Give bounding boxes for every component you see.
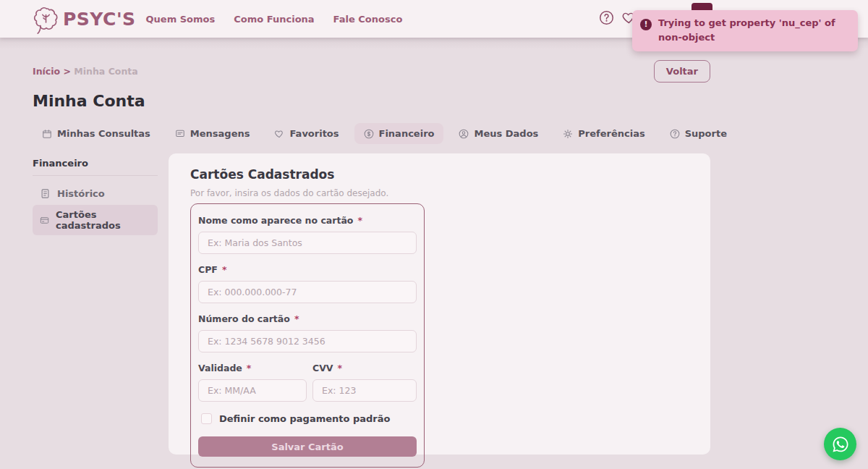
- tab-mensagens[interactable]: Mensagens: [166, 123, 260, 144]
- tab-meus-dados[interactable]: Meus Dados: [449, 123, 548, 144]
- message-icon: [175, 129, 185, 139]
- whatsapp-icon: [832, 436, 849, 453]
- brand-name: PSYC'S: [63, 9, 136, 30]
- sidebar-item-historico[interactable]: Histórico: [33, 184, 158, 203]
- required-asterisk: *: [338, 363, 343, 373]
- card-name-input[interactable]: [198, 232, 417, 254]
- sidebar-item-label: Cartões cadastrados: [56, 209, 150, 231]
- tab-label: Minhas Consultas: [57, 128, 150, 139]
- cpf-input[interactable]: [198, 281, 417, 303]
- required-asterisk: *: [357, 215, 362, 226]
- back-button[interactable]: Voltar: [654, 60, 710, 83]
- tab-label: Meus Dados: [474, 128, 538, 139]
- cvv-input[interactable]: [312, 379, 417, 402]
- sidebar-divider: [33, 175, 158, 176]
- cards-panel: Cartões Cadastrados Por favor, insira os…: [169, 153, 710, 455]
- page-head-row: Início > Minha Conta Voltar: [33, 61, 710, 82]
- question-circle-icon: [670, 129, 680, 139]
- whatsapp-button[interactable]: [824, 428, 856, 460]
- brand-logo[interactable]: PSYC'S: [33, 1, 136, 36]
- sidebar-item-label: Histórico: [57, 188, 105, 199]
- credit-card-icon: [40, 215, 49, 226]
- breadcrumb-home-link[interactable]: Início: [33, 66, 60, 77]
- gear-icon: [563, 129, 573, 139]
- help-icon[interactable]: [599, 10, 614, 25]
- default-payment-checkbox[interactable]: [201, 413, 212, 424]
- breadcrumb-current: Minha Conta: [74, 66, 137, 77]
- tab-label: Preferências: [578, 128, 644, 139]
- field-label-nome: Nome como aparece no cartão*: [198, 215, 417, 226]
- error-exclamation-icon: !: [640, 19, 652, 30]
- default-payment-label: Definir como pagamento padrão: [219, 413, 390, 424]
- history-document-icon: [40, 188, 51, 199]
- account-page: Início > Minha Conta Voltar Minha Conta …: [0, 38, 868, 469]
- tab-financeiro[interactable]: Financeiro: [354, 123, 444, 144]
- breadcrumb: Início > Minha Conta: [33, 66, 138, 77]
- panel-subtitle: Por favor, insira os dados do cartão des…: [190, 188, 689, 198]
- panel-title: Cartões Cadastrados: [190, 167, 689, 182]
- tab-label: Suporte: [685, 128, 727, 139]
- dollar-circle-icon: [364, 129, 374, 139]
- nav-como-funciona[interactable]: Como Funciona: [234, 14, 314, 25]
- tab-preferencias[interactable]: Preferências: [553, 123, 654, 144]
- content-row: Financeiro Histórico: [33, 153, 868, 455]
- required-asterisk: *: [247, 363, 252, 373]
- tab-label: Favoritos: [289, 128, 339, 139]
- heart-icon: [274, 129, 284, 139]
- sidebar-item-cartoes-cadastrados[interactable]: Cartões cadastrados: [33, 205, 158, 235]
- brand-brain-icon: [33, 6, 60, 36]
- breadcrumb-separator: >: [63, 66, 70, 77]
- nav-fale-conosco[interactable]: Fale Conosco: [333, 14, 403, 25]
- card-number-input[interactable]: [198, 330, 417, 352]
- field-label-numero-cartao: Número do cartão*: [198, 313, 417, 324]
- nav-quem-somos[interactable]: Quem Somos: [146, 14, 216, 25]
- person-circle-icon: [459, 129, 469, 139]
- error-toast-message: Trying to get property 'nu_cep' of non-o…: [658, 17, 835, 43]
- sidebar-heading: Financeiro: [33, 153, 169, 175]
- account-tabs: Minhas Consultas Mensagens Favoritos: [33, 123, 868, 144]
- tab-suporte[interactable]: Suporte: [660, 123, 736, 144]
- required-asterisk: *: [294, 313, 299, 324]
- calendar-icon: [42, 129, 52, 139]
- tab-label: Financeiro: [379, 128, 435, 139]
- expiry-input[interactable]: [198, 379, 307, 402]
- field-label-cvv: CVV*: [312, 363, 417, 373]
- tab-favoritos[interactable]: Favoritos: [265, 123, 348, 144]
- field-label-validade: Validade*: [198, 363, 307, 373]
- required-asterisk: *: [222, 264, 227, 275]
- header-icons: [599, 10, 637, 25]
- finance-sidebar: Financeiro Histórico: [33, 153, 169, 455]
- save-card-button[interactable]: Salvar Cartão: [198, 436, 417, 457]
- tab-minhas-consultas[interactable]: Minhas Consultas: [33, 123, 160, 144]
- field-label-cpf: CPF*: [198, 264, 417, 275]
- error-toast[interactable]: ! Trying to get property 'nu_cep' of non…: [632, 10, 858, 51]
- tab-label: Mensagens: [190, 128, 250, 139]
- main-nav: Quem Somos Como Funciona Fale Conosco: [146, 14, 403, 25]
- page-title: Minha Conta: [33, 92, 868, 110]
- card-form: Nome como aparece no cartão* CPF* Número…: [190, 203, 425, 468]
- default-payment-row: Definir como pagamento padrão: [201, 413, 417, 424]
